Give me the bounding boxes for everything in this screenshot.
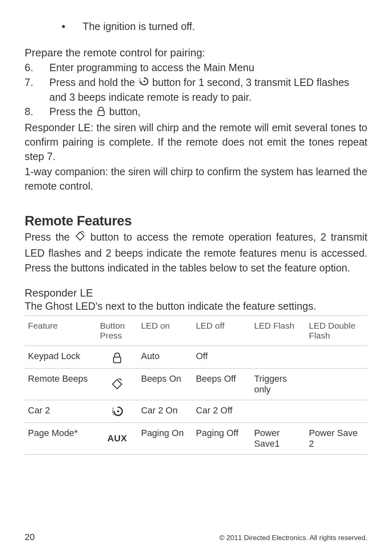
table-row: Car 2 Car 2 On Car 2 Off bbox=[25, 400, 367, 423]
col-led-flash: LED Flash bbox=[251, 316, 305, 346]
step-number: 6. bbox=[25, 61, 49, 75]
page-footer: 20 © 2011 Directed Electronics. All righ… bbox=[25, 532, 367, 543]
remote-features-body: Press the button to access the remote op… bbox=[25, 230, 367, 275]
col-led-on: LED on bbox=[138, 316, 192, 346]
cell-button bbox=[97, 400, 138, 423]
feature-table: Feature Button Press LED on LED off LED … bbox=[25, 315, 367, 455]
cell-on: Beeps On bbox=[138, 369, 192, 400]
cell-feature: Remote Beeps bbox=[25, 369, 97, 400]
lock-icon bbox=[111, 351, 123, 362]
table-row: Remote Beeps Beeps On Beeps Off Triggers… bbox=[25, 369, 367, 400]
start-icon bbox=[111, 406, 123, 416]
step-text: Press and hold the button for 1 second, … bbox=[49, 76, 367, 104]
step-number: 7. bbox=[25, 76, 49, 90]
cell-flash bbox=[251, 400, 305, 423]
aux-icon: AUX bbox=[107, 433, 127, 443]
cell-on: Car 2 On bbox=[138, 400, 192, 423]
cell-off: Off bbox=[193, 346, 251, 369]
cell-button bbox=[97, 369, 138, 400]
step-number: 8. bbox=[25, 105, 49, 119]
step-text: Press the button, bbox=[49, 105, 367, 120]
cell-flash: Power Save1 bbox=[251, 423, 305, 455]
oneway-note: 1-way companion: the siren will chirp to… bbox=[25, 165, 367, 193]
responder-le-note: Responder LE: the siren will chirp and t… bbox=[25, 121, 367, 164]
cell-button bbox=[97, 346, 138, 369]
cell-button: AUX bbox=[97, 423, 138, 455]
cell-dflash bbox=[306, 346, 367, 369]
copyright: © 2011 Directed Electronics. All rights … bbox=[219, 534, 367, 542]
col-led-off: LED off bbox=[193, 316, 251, 346]
diamond-icon bbox=[111, 378, 123, 389]
cell-feature: Page Mode* bbox=[25, 423, 97, 455]
prepare-steps: 6. Enter programming to access the Main … bbox=[25, 61, 367, 120]
step-6: 6. Enter programming to access the Main … bbox=[25, 61, 367, 75]
table-row: Page Mode* AUX Paging On Paging Off Powe… bbox=[25, 423, 367, 455]
table-row: Keypad Lock Auto Off bbox=[25, 346, 367, 369]
cell-flash: Triggers only bbox=[251, 369, 305, 400]
lock-icon bbox=[96, 105, 106, 120]
cell-dflash: Power Save 2 bbox=[306, 423, 367, 455]
bullet-dot: • bbox=[62, 21, 65, 32]
cell-off: Beeps Off bbox=[193, 369, 251, 400]
cell-on: Auto bbox=[138, 346, 192, 369]
diamond-icon bbox=[74, 230, 86, 245]
cell-off: Paging Off bbox=[193, 423, 251, 455]
cell-flash bbox=[251, 346, 305, 369]
cell-dflash bbox=[306, 400, 367, 423]
page-number: 20 bbox=[25, 532, 35, 543]
prepare-heading: Prepare the remote control for pairing: bbox=[25, 46, 367, 59]
cell-on: Paging On bbox=[138, 423, 192, 455]
remote-features-heading: Remote Features bbox=[25, 213, 367, 229]
col-led-dflash: LED Double Flash bbox=[306, 316, 367, 346]
cell-off: Car 2 Off bbox=[193, 400, 251, 423]
step-7: 7. Press and hold the button for 1 secon… bbox=[25, 76, 367, 104]
start-icon bbox=[138, 76, 149, 90]
step-text: Enter programming to access the Main Men… bbox=[49, 61, 367, 75]
cell-feature: Keypad Lock bbox=[25, 346, 97, 369]
cell-feature: Car 2 bbox=[25, 400, 97, 423]
col-button: Button Press bbox=[97, 316, 138, 346]
table-header-row: Feature Button Press LED on LED off LED … bbox=[25, 316, 367, 346]
bullet-item: • The ignition is turned off. bbox=[62, 21, 367, 32]
cell-dflash bbox=[306, 369, 367, 400]
responder-le-heading: Responder LE bbox=[25, 287, 367, 299]
step-8: 8. Press the button, bbox=[25, 105, 367, 120]
responder-le-lead: The Ghost LED's next to the button indic… bbox=[25, 300, 367, 312]
col-feature: Feature bbox=[25, 316, 97, 346]
bullet-text: The ignition is turned off. bbox=[83, 21, 195, 32]
